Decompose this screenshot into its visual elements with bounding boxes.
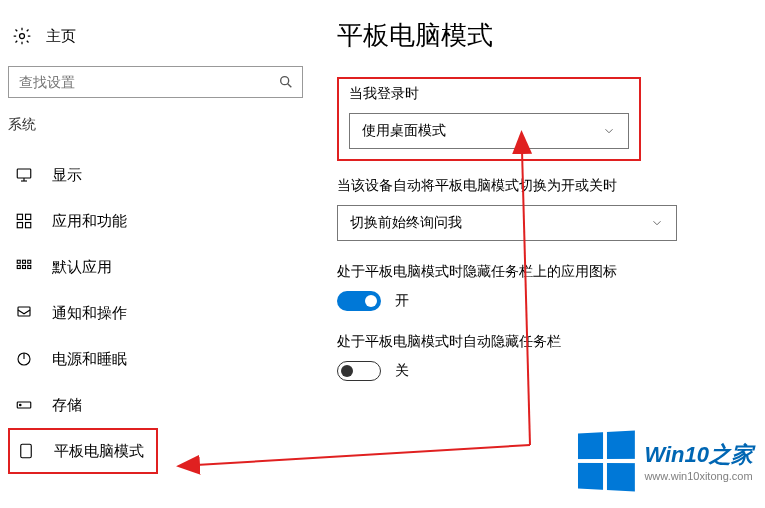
sidebar-item-display[interactable]: 显示 bbox=[8, 152, 303, 198]
autoswitch-select[interactable]: 切换前始终询问我 bbox=[337, 205, 677, 241]
auto-hide-toggle-row: 关 bbox=[337, 361, 747, 381]
signin-select[interactable]: 使用桌面模式 bbox=[349, 113, 629, 149]
auto-hide-toggle[interactable] bbox=[337, 361, 381, 381]
default-apps-icon bbox=[14, 258, 34, 276]
hide-icons-state: 开 bbox=[395, 292, 409, 310]
svg-rect-10 bbox=[17, 260, 20, 263]
sidebar-item-label: 电源和睡眠 bbox=[52, 350, 127, 369]
home-label: 主页 bbox=[46, 27, 76, 46]
apps-icon bbox=[14, 212, 34, 230]
auto-hide-state: 关 bbox=[395, 362, 409, 380]
search-input-container[interactable] bbox=[8, 66, 303, 98]
sidebar-item-storage[interactable]: 存储 bbox=[8, 382, 303, 428]
storage-icon bbox=[14, 396, 34, 414]
signin-select-value: 使用桌面模式 bbox=[362, 122, 446, 140]
hide-icons-label: 处于平板电脑模式时隐藏任务栏上的应用图标 bbox=[337, 263, 747, 281]
notification-icon bbox=[14, 304, 34, 322]
svg-line-2 bbox=[288, 84, 292, 88]
svg-rect-9 bbox=[26, 223, 31, 228]
svg-rect-12 bbox=[28, 260, 31, 263]
main-content: 平板电脑模式 当我登录时 使用桌面模式 当该设备自动将平板电脑模式切换为开或关时… bbox=[337, 18, 747, 403]
signin-label: 当我登录时 bbox=[349, 85, 629, 103]
svg-rect-21 bbox=[21, 444, 32, 458]
svg-rect-6 bbox=[17, 214, 22, 219]
gear-icon bbox=[12, 26, 32, 46]
autoswitch-select-value: 切换前始终询问我 bbox=[350, 214, 462, 232]
sidebar-item-label: 应用和功能 bbox=[52, 212, 127, 231]
sidebar-item-label: 存储 bbox=[52, 396, 82, 415]
hide-icons-toggle[interactable] bbox=[337, 291, 381, 311]
sidebar: 主页 系统 显示 应用和功能 默认应用 通知和操作 bbox=[8, 20, 303, 474]
svg-rect-7 bbox=[26, 214, 31, 219]
chevron-down-icon bbox=[602, 124, 616, 138]
svg-rect-15 bbox=[28, 266, 31, 269]
sidebar-item-notifications[interactable]: 通知和操作 bbox=[8, 290, 303, 336]
sidebar-item-label: 通知和操作 bbox=[52, 304, 127, 323]
windows-logo-icon bbox=[578, 430, 635, 491]
svg-point-0 bbox=[20, 34, 25, 39]
search-input[interactable] bbox=[17, 73, 278, 91]
watermark-url: www.win10xitong.com bbox=[644, 470, 753, 482]
svg-rect-14 bbox=[23, 266, 26, 269]
sidebar-item-label: 显示 bbox=[52, 166, 82, 185]
sidebar-item-power[interactable]: 电源和睡眠 bbox=[8, 336, 303, 382]
svg-rect-3 bbox=[17, 169, 31, 178]
search-icon bbox=[278, 74, 294, 90]
auto-hide-label: 处于平板电脑模式时自动隐藏任务栏 bbox=[337, 333, 747, 351]
watermark-title: Win10之家 bbox=[644, 440, 753, 470]
hide-icons-toggle-row: 开 bbox=[337, 291, 747, 311]
svg-point-20 bbox=[20, 404, 22, 406]
sidebar-item-label: 平板电脑模式 bbox=[54, 442, 144, 461]
monitor-icon bbox=[14, 166, 34, 184]
autoswitch-label: 当该设备自动将平板电脑模式切换为开或关时 bbox=[337, 177, 747, 195]
svg-rect-8 bbox=[17, 223, 22, 228]
sidebar-item-label: 默认应用 bbox=[52, 258, 112, 277]
home-item[interactable]: 主页 bbox=[8, 20, 303, 56]
svg-point-1 bbox=[281, 77, 289, 85]
sidebar-item-default-apps[interactable]: 默认应用 bbox=[8, 244, 303, 290]
section-title: 系统 bbox=[8, 116, 303, 134]
svg-rect-11 bbox=[23, 260, 26, 263]
power-icon bbox=[14, 350, 34, 368]
sidebar-item-apps[interactable]: 应用和功能 bbox=[8, 198, 303, 244]
chevron-down-icon bbox=[650, 216, 664, 230]
signin-group-highlight: 当我登录时 使用桌面模式 bbox=[337, 77, 641, 161]
page-title: 平板电脑模式 bbox=[337, 18, 747, 53]
watermark: Win10之家 www.win10xitong.com bbox=[576, 432, 753, 490]
sidebar-item-tablet-mode[interactable]: 平板电脑模式 bbox=[8, 428, 158, 474]
svg-rect-13 bbox=[17, 266, 20, 269]
tablet-icon bbox=[16, 442, 36, 460]
